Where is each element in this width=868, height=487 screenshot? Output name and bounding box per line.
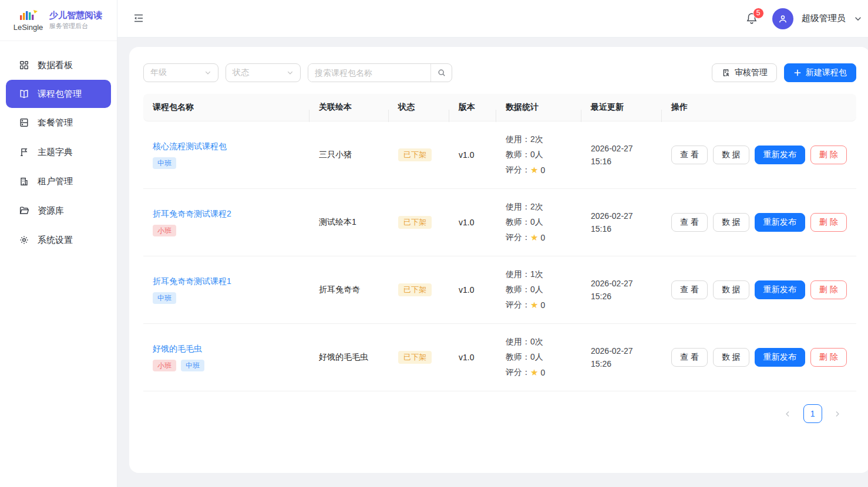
view-button[interactable]: 查 看 <box>671 280 708 299</box>
next-page-icon[interactable] <box>828 404 847 423</box>
column-header-actions: 操作 <box>662 102 856 113</box>
package-name-link[interactable]: 核心流程测试课程包 <box>153 141 300 152</box>
star-icon: ★ <box>530 300 538 310</box>
version: v1.0 <box>449 150 496 160</box>
sidebar-item-label: 课程包管理 <box>38 89 82 100</box>
sidebar-item-tenants[interactable]: 租户管理 <box>0 167 117 196</box>
search-input[interactable] <box>308 64 430 82</box>
linked-book: 测试绘本1 <box>309 217 389 228</box>
column-header-status: 状态 <box>389 102 449 113</box>
create-package-button[interactable]: 新建课程包 <box>784 63 856 82</box>
package-name-link[interactable]: 折耳兔奇奇测试课程1 <box>153 276 300 287</box>
gear-icon <box>19 235 29 245</box>
avatar[interactable] <box>772 8 793 29</box>
column-header-book: 关联绘本 <box>309 102 389 113</box>
stats-cell: 使用：2次 教师：0人 评分：★0 <box>496 202 581 243</box>
top-header: 5 超级管理员 <box>117 0 868 38</box>
logo-word: LeSingle <box>14 23 43 32</box>
sidebar-item-packages[interactable]: 套餐管理 <box>0 108 117 137</box>
sidebar-item-topic-dictionary[interactable]: 主题字典 <box>0 137 117 167</box>
app-subtitle: 服务管理后台 <box>49 22 102 31</box>
status-badge: 已下架 <box>398 216 432 229</box>
republish-button[interactable]: 重新发布 <box>755 213 805 232</box>
chevron-down-icon[interactable] <box>854 15 862 23</box>
grade-select-placeholder: 年级 <box>150 67 167 78</box>
status-badge: 已下架 <box>398 351 432 364</box>
filter-bar: 年级 状态 <box>143 63 856 82</box>
table-row: 好饿的毛毛虫 小班 中班 好饿的毛毛虫 已下架 v1.0 使用：0次 教师：0人 <box>143 324 856 391</box>
table-row: 核心流程测试课程包 中班 三只小猪 已下架 v1.0 使用：2次 教师：0人 评… <box>143 121 856 189</box>
sidebar-item-course-packages[interactable]: 课程包管理 <box>6 80 111 108</box>
updated-cell: 2026-02-2715:16 <box>581 209 662 235</box>
package-name-link[interactable]: 好饿的毛毛虫 <box>153 344 300 354</box>
version: v1.0 <box>449 218 496 227</box>
column-header-updated: 最近更新 <box>581 102 662 113</box>
user-name[interactable]: 超级管理员 <box>802 13 846 24</box>
course-package-card: 年级 状态 <box>129 47 868 473</box>
delete-button[interactable]: 删 除 <box>810 280 847 299</box>
republish-button[interactable]: 重新发布 <box>755 146 805 164</box>
page-number[interactable]: 1 <box>803 404 822 423</box>
course-package-table: 课程包名称 关联绘本 状态 版本 数据统计 最近更新 操作 核心流程测试课程包 … <box>143 94 856 391</box>
sidebar-item-settings[interactable]: 系统设置 <box>0 225 117 255</box>
data-button[interactable]: 数 据 <box>713 146 749 164</box>
sidebar-item-resources[interactable]: 资源库 <box>0 196 117 225</box>
status-badge: 已下架 <box>398 283 432 296</box>
star-icon: ★ <box>530 232 538 243</box>
data-button[interactable]: 数 据 <box>713 348 749 367</box>
republish-button[interactable]: 重新发布 <box>755 348 805 367</box>
view-button[interactable]: 查 看 <box>671 213 708 232</box>
linked-book: 好饿的毛毛虫 <box>309 352 389 363</box>
lesingle-logo-icon: LeSingle <box>13 9 43 32</box>
package-name-link[interactable]: 折耳兔奇奇测试课程2 <box>153 209 300 219</box>
stats-cell: 使用：0次 教师：0人 评分：★0 <box>496 337 581 378</box>
grade-tag: 小班 <box>153 225 176 236</box>
sidebar-item-label: 租户管理 <box>38 176 73 187</box>
prev-page-icon[interactable] <box>779 404 798 423</box>
actions-cell: 查 看 数 据 重新发布 删 除 <box>662 146 856 164</box>
stats-cell: 使用：2次 教师：0人 评分：★0 <box>496 134 581 175</box>
search-icon[interactable] <box>430 64 452 82</box>
version: v1.0 <box>449 353 496 362</box>
folder-icon <box>19 205 29 216</box>
delete-button[interactable]: 删 除 <box>810 348 847 367</box>
plus-icon <box>793 69 802 77</box>
sidebar: LeSingle 少儿智慧阅读 服务管理后台 数据看板 <box>0 0 117 487</box>
stats-cell: 使用：1次 教师：0人 评分：★0 <box>496 269 581 310</box>
view-button[interactable]: 查 看 <box>671 146 708 164</box>
actions-cell: 查 看 数 据 重新发布 删 除 <box>662 348 856 367</box>
brand-logo: LeSingle 少儿智慧阅读 服务管理后台 <box>0 0 117 41</box>
audit-button-label: 审核管理 <box>735 67 768 78</box>
sidebar-item-label: 套餐管理 <box>38 117 73 128</box>
data-button[interactable]: 数 据 <box>713 213 749 232</box>
table-header: 课程包名称 关联绘本 状态 版本 数据统计 最近更新 操作 <box>143 94 856 121</box>
data-button[interactable]: 数 据 <box>713 280 749 299</box>
updated-cell: 2026-02-2715:26 <box>581 344 662 370</box>
audit-management-button[interactable]: 审核管理 <box>712 63 777 82</box>
chevron-down-icon <box>204 69 211 76</box>
delete-button[interactable]: 删 除 <box>810 213 847 232</box>
linked-book: 三只小猪 <box>309 150 389 160</box>
grade-tag: 小班 <box>153 360 176 371</box>
search-box <box>308 63 452 82</box>
sidebar-item-dashboard[interactable]: 数据看板 <box>0 50 117 80</box>
column-header-name: 课程包名称 <box>143 102 309 113</box>
chevron-down-icon <box>287 69 294 76</box>
dashboard-icon <box>19 60 29 70</box>
grade-tag: 中班 <box>181 360 204 371</box>
notification-badge: 5 <box>753 8 764 19</box>
status-select[interactable]: 状态 <box>226 63 301 82</box>
menu-fold-icon[interactable] <box>133 12 146 25</box>
notification-bell-icon[interactable]: 5 <box>745 12 759 26</box>
grade-select[interactable]: 年级 <box>143 63 218 82</box>
delete-button[interactable]: 删 除 <box>810 146 847 164</box>
linked-book: 折耳兔奇奇 <box>309 285 389 295</box>
building-icon <box>19 176 29 187</box>
app-root: LeSingle 少儿智慧阅读 服务管理后台 数据看板 <box>0 0 868 487</box>
republish-button[interactable]: 重新发布 <box>755 280 805 299</box>
table-row: 折耳兔奇奇测试课程1 中班 折耳兔奇奇 已下架 v1.0 使用：1次 教师：0人… <box>143 256 856 324</box>
sidebar-item-label: 系统设置 <box>38 235 73 246</box>
grade-tag: 中班 <box>153 157 176 169</box>
server-list-icon <box>19 117 29 128</box>
view-button[interactable]: 查 看 <box>671 348 708 367</box>
